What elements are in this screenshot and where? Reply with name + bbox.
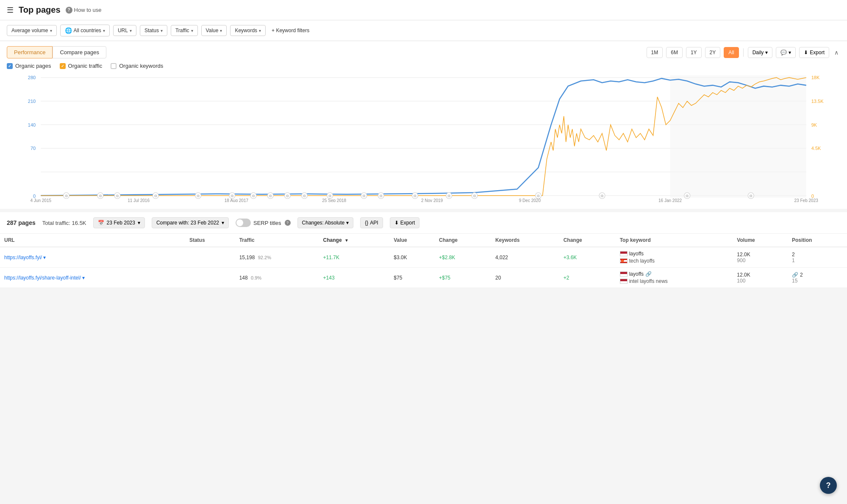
col-volume: Volume: [733, 234, 788, 247]
svg-text:G: G: [448, 194, 450, 198]
url-filter[interactable]: URL ▾: [113, 25, 136, 36]
change-traffic-label: Change: [323, 237, 342, 243]
all-countries-filter[interactable]: 🌐 All countries ▾: [60, 25, 110, 36]
svg-text:G: G: [537, 194, 539, 198]
x-label-2015: 4 Jun 2015: [30, 198, 51, 202]
legend-organic-keywords[interactable]: Organic keywords: [111, 63, 163, 69]
row2-traffic-pct: 0.9%: [251, 275, 261, 280]
svg-text:G: G: [286, 194, 289, 198]
svg-text:G: G: [252, 194, 255, 198]
date-picker-button[interactable]: 📅 23 Feb 2023 ▾: [93, 217, 145, 228]
how-to-use-label: How to use: [74, 7, 102, 13]
download-icon: ⬇: [394, 220, 399, 226]
api-button[interactable]: {} API: [360, 217, 383, 228]
row2-position-cell: 🔗 2 15: [788, 268, 847, 288]
row2-top-keyword-cell: layoffs 🔗 intel layoffs news: [616, 268, 733, 288]
tab-compare-pages[interactable]: Compare pages: [53, 46, 106, 58]
col-change-value: Change: [435, 234, 491, 247]
changes-label: Changes: Absolute: [302, 220, 345, 226]
changes-dropdown-button[interactable]: Changes: Absolute ▾: [297, 217, 354, 228]
col-keywords: Keywords: [491, 234, 559, 247]
x-label-2023: 23 Feb 2023: [794, 198, 819, 202]
col-traffic: Traffic: [235, 234, 319, 247]
page-title: Top pages: [19, 5, 61, 15]
organic-traffic-checkbox[interactable]: ✓: [60, 63, 66, 69]
table-row: https://layoffs.fyi/share-layoff-intel/ …: [0, 268, 847, 288]
col-change-traffic[interactable]: Change ▼: [319, 234, 390, 247]
traffic-filter[interactable]: Traffic ▾: [171, 25, 198, 36]
y-axis-label-18k: 18K: [811, 75, 820, 80]
toggle-knob: [236, 219, 243, 226]
time-2y-button[interactable]: 2Y: [705, 47, 721, 58]
legend-organic-traffic[interactable]: ✓ Organic traffic: [60, 63, 103, 69]
col-value: Value: [389, 234, 435, 247]
y-axis-label-140: 140: [28, 122, 36, 127]
row1-change-keywords-cell: +3.6K: [559, 247, 616, 268]
time-6m-button[interactable]: 6M: [666, 47, 683, 58]
row1-position-1: 2: [792, 252, 843, 258]
compare-date-button[interactable]: Compare with: 23 Feb 2022 ▾: [152, 217, 229, 228]
serp-titles-toggle[interactable]: [236, 219, 251, 227]
serp-help-icon: ?: [285, 220, 291, 226]
row2-change-value: +$75: [439, 275, 450, 281]
link-icon-2: 🔗: [792, 272, 798, 278]
table-row: https://layoffs.fyi/ ▾ 15,198 92.2% +11.…: [0, 247, 847, 268]
row1-traffic-cell: 15,198 92.2%: [235, 247, 319, 268]
frequency-dropdown[interactable]: Daily ▾: [748, 47, 773, 58]
us-flag-icon-2: [620, 279, 628, 284]
menu-icon[interactable]: ☰: [7, 6, 14, 15]
chevron-down-icon: ▾: [103, 28, 105, 33]
calendar-icon: 📅: [98, 220, 104, 226]
svg-text:G: G: [380, 194, 382, 198]
organic-traffic-label: Organic traffic: [68, 63, 103, 69]
status-label: Status: [144, 28, 159, 33]
time-all-button[interactable]: All: [724, 47, 739, 58]
average-volume-label: Average volume: [11, 28, 48, 33]
comment-dropdown[interactable]: 💬 ▾: [776, 47, 796, 58]
svg-text:G: G: [473, 194, 476, 198]
chevron-down-icon: ▾: [789, 50, 791, 55]
row2-volume-1: 12.0K: [737, 272, 783, 278]
row2-keyword-2-text: intel layoffs news: [629, 278, 668, 284]
svg-text:G: G: [686, 194, 689, 198]
value-filter[interactable]: Value ▾: [201, 25, 227, 36]
row1-url-link[interactable]: https://layoffs.fyi/ ▾: [4, 255, 46, 260]
chevron-down-icon: ▾: [191, 28, 193, 33]
collapse-chart-button[interactable]: ∧: [833, 47, 840, 58]
row1-url-cell: https://layoffs.fyi/ ▾: [0, 247, 185, 268]
time-1m-button[interactable]: 1M: [647, 47, 663, 58]
row2-url-link[interactable]: https://layoffs.fyi/share-layoff-intel/ …: [4, 275, 85, 281]
performance-tabs: Performance Compare pages: [7, 46, 106, 58]
table-header-row: URL Status Traffic Change ▼ Value Change…: [0, 234, 847, 247]
row1-keyword-2-text: tech layoffs: [629, 258, 655, 264]
row1-traffic-value: 15,198: [239, 255, 255, 260]
how-to-use-link[interactable]: ? How to use: [66, 7, 102, 14]
average-volume-filter[interactable]: Average volume ▾: [7, 25, 57, 36]
legend-organic-pages[interactable]: ✓ Organic pages: [7, 63, 51, 69]
api-label: API: [370, 220, 378, 226]
svg-text:G: G: [414, 194, 416, 198]
svg-text:G: G: [154, 194, 157, 198]
row1-change-traffic-cell: +11.7K: [319, 247, 390, 268]
status-filter[interactable]: Status ▾: [140, 25, 167, 36]
add-keyword-filter-button[interactable]: + Keyword filters: [269, 25, 312, 36]
row2-traffic-cell: 148 0.9%: [235, 268, 319, 288]
keywords-filter[interactable]: Keywords ▾: [230, 25, 266, 36]
organic-pages-label: Organic pages: [15, 63, 51, 69]
organic-keywords-checkbox[interactable]: [111, 63, 117, 69]
chevron-down-icon: ▾: [259, 28, 261, 33]
x-label-2020: 9 Dec 2020: [519, 198, 541, 202]
export-label: Export: [400, 220, 415, 226]
tab-performance[interactable]: Performance: [7, 46, 53, 58]
keywords-label: Keywords: [235, 28, 257, 33]
time-1y-button[interactable]: 1Y: [686, 47, 702, 58]
row1-keyword-2: 🍁 tech layoffs: [620, 258, 729, 264]
table-export-button[interactable]: ⬇ Export: [390, 217, 420, 228]
chevron-down-icon: ▾: [765, 50, 768, 55]
row2-value-cell: $75: [389, 268, 435, 288]
x-label-2017: 18 Aug 2017: [225, 198, 249, 202]
us-flag-icon: [620, 271, 628, 277]
organic-pages-checkbox[interactable]: ✓: [7, 63, 13, 69]
chevron-down-icon: ▾: [130, 28, 132, 33]
export-chart-button[interactable]: ⬇ Export: [799, 47, 829, 58]
